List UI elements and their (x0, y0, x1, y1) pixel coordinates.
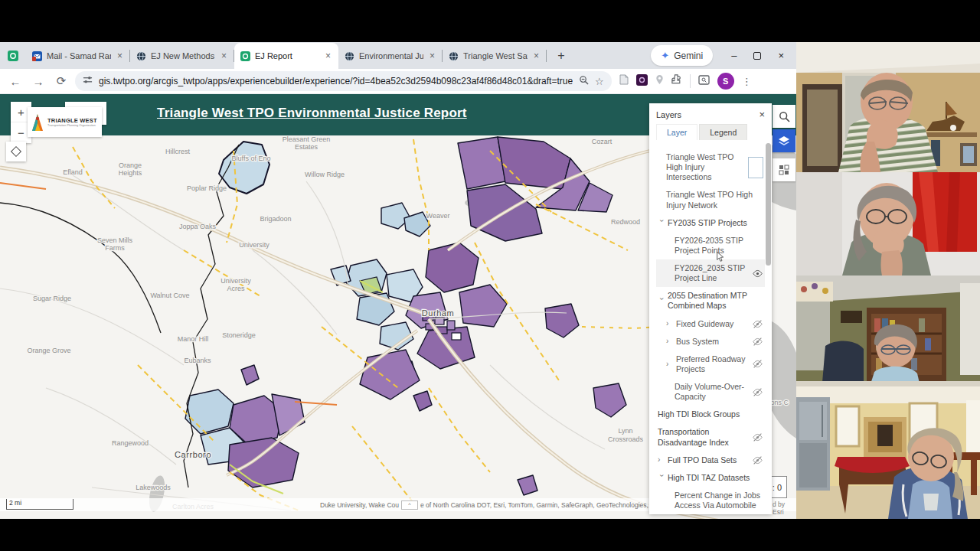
scale-bar: 2 mi (6, 499, 74, 510)
pinned-tab[interactable] (0, 43, 26, 69)
close-button[interactable]: × (778, 51, 784, 60)
tab-title: EJ Report (255, 51, 319, 60)
map-place-label: Bluffs of Eno (232, 155, 271, 162)
basemap-tool-button[interactable] (773, 158, 795, 181)
extensions-row: S ⋮ (619, 73, 752, 90)
video-call-column (796, 42, 980, 519)
maximize-button[interactable] (753, 52, 761, 60)
attribution-collapse-button[interactable]: ^ (401, 500, 418, 510)
map-place-label: Crossroads (608, 435, 644, 443)
layer-item[interactable]: Percent Change in Jobs Access Via Automo… (656, 487, 765, 514)
eye-off-icon[interactable] (753, 359, 763, 369)
tab-layer[interactable]: Layer (656, 124, 697, 140)
layer-item[interactable]: ›2055 Destination MTP Combined Maps (656, 287, 765, 315)
map-place-label: Redwood (611, 218, 640, 226)
layer-item[interactable]: FY2026-2035 STIP Project Points (656, 232, 765, 259)
layer-item[interactable]: Daily Volume-Over-Capacity (656, 378, 765, 406)
chevron-down-icon[interactable]: › (656, 474, 666, 481)
layer-item[interactable]: ›Fixed Guideway (656, 315, 765, 333)
tab-close-icon[interactable]: × (324, 51, 332, 61)
layers-tool-button[interactable] (773, 129, 795, 152)
tab-close-icon[interactable]: × (532, 51, 541, 61)
map-place-label: Estates (295, 143, 318, 151)
eye-off-icon[interactable] (753, 319, 763, 329)
chevron-down-icon[interactable]: › (656, 220, 666, 227)
browser-tab[interactable]: EJ New Methods PP× (130, 43, 234, 69)
browser-tab[interactable]: Mail - Samad Rango× (26, 43, 130, 69)
screen: Mail - Samad Rango×EJ New Methods PP×EJ … (0, 0, 980, 551)
chevron-right-icon[interactable]: › (666, 337, 673, 347)
tab-close-icon[interactable]: × (428, 51, 436, 61)
layer-item-label: High TDI Block Groups (658, 409, 763, 419)
layer-item-label: High TDI TAZ Datasets (668, 473, 763, 483)
eye-icon[interactable] (753, 269, 763, 279)
minimize-button[interactable]: – (731, 51, 737, 60)
layer-symbol-box (748, 157, 763, 178)
layer-item[interactable]: ›High TDI TAZ Datasets (656, 469, 765, 487)
layer-item-label: Fixed Guideway (676, 319, 750, 329)
layer-item[interactable]: FY2026_2035 STIP Project Line (656, 259, 765, 287)
back-button[interactable]: ← (6, 72, 24, 90)
layer-item-label: Daily Volume-Over-Capacity (675, 382, 750, 402)
tab-close-icon[interactable]: × (220, 51, 228, 61)
gemini-label: Gemini (674, 51, 703, 61)
chevron-down-icon[interactable]: › (656, 298, 666, 305)
layer-item[interactable]: ›FY2035 STIP Projects (656, 214, 765, 232)
new-tab-button[interactable]: + (551, 46, 571, 66)
bookmark-star-icon[interactable]: ☆ (595, 76, 604, 87)
tab-legend[interactable]: Legend (699, 124, 747, 140)
tabstrip-right: ✦ Gemini – × (651, 42, 796, 69)
layer-item[interactable]: Triangle West TPO High Injury Network (656, 186, 765, 214)
profile-avatar[interactable]: S (717, 73, 734, 90)
chevron-right-icon[interactable]: › (666, 360, 673, 370)
eye-off-icon[interactable] (753, 455, 763, 465)
map-place-label: Rangewood (112, 439, 149, 447)
reload-button[interactable]: ⟳ (52, 72, 70, 90)
attribution-text-left: Duke University, Wake Cou (320, 501, 399, 509)
map-place-label: Hillcrest (165, 148, 191, 155)
eye-off-icon[interactable] (753, 337, 763, 347)
browser-tab[interactable]: EJ Report× (234, 43, 338, 69)
layers-panel-tabs: Layer Legend (649, 124, 772, 140)
tab-title: EJ New Methods PP (151, 51, 215, 60)
participant-video-4 (796, 386, 980, 519)
layer-item-label: 2055 Destination MTP Combined Maps (668, 291, 763, 311)
search-tool-button[interactable] (773, 105, 795, 128)
layers-panel-close-icon[interactable]: × (759, 109, 765, 120)
forward-button[interactable]: → (29, 72, 47, 90)
tabs: Mail - Samad Rango×EJ New Methods PP×EJ … (26, 42, 547, 69)
layer-item[interactable]: Triangle West TPO High Injury Intersecti… (656, 148, 765, 186)
zoom-indicator-icon[interactable] (579, 75, 589, 87)
site-settings-icon[interactable] (83, 75, 93, 87)
extensions-puzzle-icon[interactable] (671, 74, 682, 88)
layer-list: Triangle West TPO High Injury Intersecti… (649, 145, 765, 514)
layer-item[interactable]: ›Bus System (656, 333, 765, 350)
gemini-button[interactable]: ✦ Gemini (651, 45, 713, 66)
globe-icon (345, 51, 354, 61)
screenshot-extension-icon[interactable] (636, 74, 648, 89)
map-place-label: Eubanks (184, 357, 211, 364)
side-panel-icon[interactable] (698, 74, 710, 88)
browser-tab[interactable]: Environmental Justi× (338, 43, 443, 69)
reading-list-icon[interactable] (619, 74, 629, 88)
browser-tab[interactable]: Triangle West Safety× (443, 43, 547, 69)
layer-item[interactable]: ›Preferred Roadway Projects (656, 350, 765, 378)
chevron-right-icon[interactable]: › (658, 455, 665, 465)
browser-menu-icon[interactable]: ⋮ (742, 76, 752, 87)
tab-close-icon[interactable]: × (116, 51, 124, 61)
address-bar[interactable]: gis.twtpo.org/arcgis_twtpo/apps/experien… (75, 71, 612, 91)
eye-off-icon[interactable] (753, 432, 763, 442)
eye-off-icon[interactable] (753, 387, 763, 397)
participant-video-1 (796, 42, 980, 172)
locate-icon (11, 146, 21, 157)
powered-by-esri: d by Esri (773, 500, 796, 516)
chevron-right-icon[interactable]: › (666, 319, 673, 329)
location-pin-icon[interactable] (655, 74, 664, 88)
layer-item[interactable]: ›Full TPO Data Sets (656, 452, 765, 469)
scrollbar-thumb[interactable] (766, 143, 771, 266)
experience-builder-app: Pleasant GreenEstatesCozartHillcrestEfla… (0, 94, 796, 519)
layer-item[interactable]: High TDI Block Groups (656, 406, 765, 423)
locate-widget[interactable] (6, 142, 26, 161)
panel-scrollbar[interactable] (766, 143, 771, 511)
layer-item[interactable]: Transportation Disadvantage Index (656, 423, 765, 451)
